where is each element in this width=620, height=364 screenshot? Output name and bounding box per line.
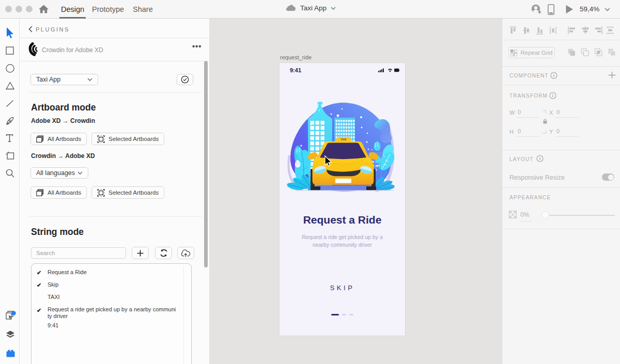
svg-text:TAXI: TAXI [340, 138, 347, 141]
